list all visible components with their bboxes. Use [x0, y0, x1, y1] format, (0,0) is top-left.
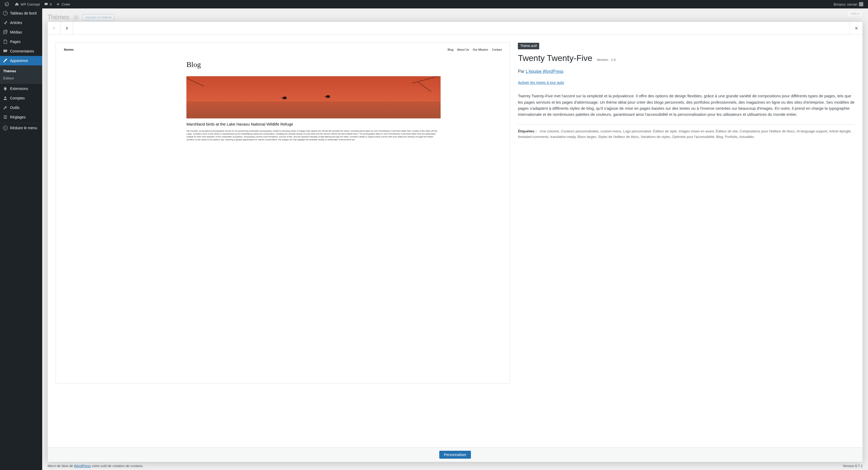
plus-icon: [56, 2, 60, 6]
wp-logo-menu[interactable]: [3, 0, 13, 8]
user-menu[interactable]: Bonjour, razvan: [832, 0, 865, 8]
home-icon: [15, 2, 19, 6]
site-name-menu[interactable]: WP Concept: [13, 0, 42, 8]
avatar: [859, 2, 863, 6]
wordpress-icon: [5, 2, 9, 6]
site-name-label: WP Concept: [21, 2, 40, 6]
new-content-menu[interactable]: Créer: [54, 0, 72, 8]
admin-bar: WP Concept 0 Créer Bonjour, razvan: [0, 0, 868, 8]
comment-count: 0: [50, 2, 52, 6]
comment-icon: [44, 2, 48, 6]
create-label: Créer: [62, 2, 70, 6]
greeting-label: Bonjour, razvan: [834, 2, 858, 6]
comments-menu[interactable]: 0: [42, 0, 54, 8]
